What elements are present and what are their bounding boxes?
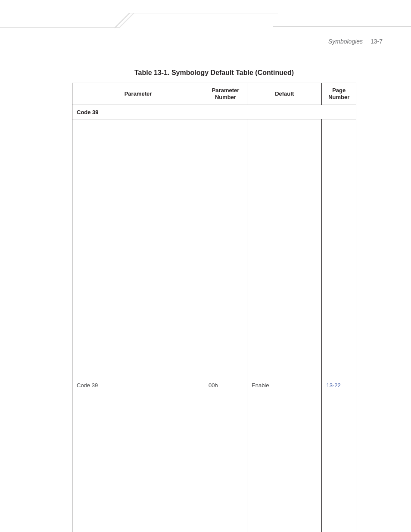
cell-parameter: Code 39 <box>72 119 204 532</box>
col-header-page-l2: Number <box>328 94 349 100</box>
page: Symbologies 13-7 Table 13-1. Symbology D… <box>0 0 411 532</box>
page-link[interactable]: 13-22 <box>326 382 340 389</box>
col-header-page-number: Page Number <box>322 83 356 105</box>
col-header-default: Default <box>247 83 322 105</box>
header-rule-left <box>0 27 120 28</box>
header-corner-decoration <box>115 13 278 43</box>
symbology-default-table: Parameter Parameter Number Default Page … <box>72 83 356 532</box>
col-header-parameter-number-l2: Number <box>215 94 236 100</box>
running-header-section: Symbologies <box>328 38 363 45</box>
table-body: Code 39Code 3900hEnable13-22Trioptic Cod… <box>72 105 356 532</box>
content-area: Table 13-1. Symbology Default Table (Con… <box>0 69 411 532</box>
col-header-parameter: Parameter <box>72 83 204 105</box>
col-header-page-l1: Page <box>332 87 346 93</box>
table-header-row: Parameter Parameter Number Default Page … <box>72 83 356 105</box>
table-row: Code 39 <box>72 105 356 119</box>
section-header-cell: Code 39 <box>72 105 356 119</box>
table-row: Code 3900hEnable13-22 <box>72 119 356 532</box>
cell-parameter-number: 00h <box>204 119 247 532</box>
running-header: Symbologies 13-7 <box>328 38 383 45</box>
header-rule-right <box>273 26 411 27</box>
cell-default: Enable <box>247 119 322 532</box>
col-header-parameter-number: Parameter Number <box>204 83 247 105</box>
running-header-page: 13-7 <box>371 38 383 45</box>
cell-page-number: 13-22 <box>322 119 356 532</box>
col-header-parameter-number-l1: Parameter <box>212 87 240 93</box>
table-caption: Table 13-1. Symbology Default Table (Con… <box>69 69 359 77</box>
